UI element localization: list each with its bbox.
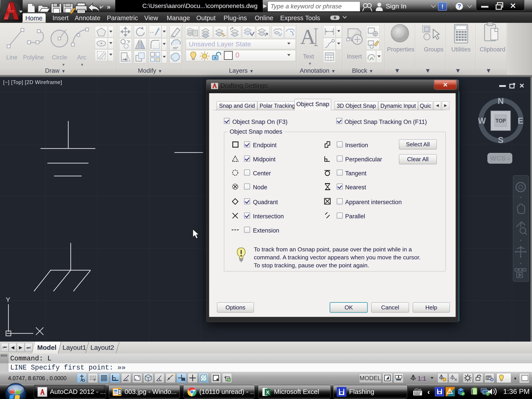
svg-text:Y: Y bbox=[6, 296, 10, 303]
svg-text:X: X bbox=[266, 389, 269, 395]
svg-text:?: ? bbox=[457, 3, 461, 10]
svg-text:TOP: TOP bbox=[496, 118, 506, 124]
svg-text:N: N bbox=[498, 97, 504, 106]
svg-text:1:1: 1:1 bbox=[418, 375, 426, 382]
svg-text:E: E bbox=[518, 116, 523, 126]
svg-text:S: S bbox=[498, 135, 503, 144]
svg-text:W: W bbox=[478, 116, 486, 126]
svg-text:A: A bbox=[300, 25, 316, 49]
